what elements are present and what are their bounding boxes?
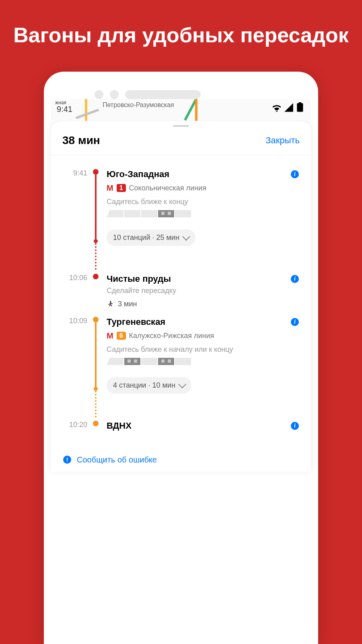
step-time: 10:20 [63,421,91,434]
walk-icon [107,300,114,309]
node-icon [93,421,99,426]
route-step: 10:06 Чистые пруды i Сделайте пересадку … [63,274,299,316]
train-cars [107,358,299,365]
step-time: 10:06 [63,274,91,316]
walk-time: 3 мин [118,300,137,308]
svg-rect-1 [299,102,302,103]
metro-line: М 6 Калужско-Рижская линия [107,331,299,341]
boarding-hint: Садитесь ближе к концу [107,198,299,206]
node-icon [93,317,99,322]
cell-icon [284,102,294,113]
route-sheet: 38 мин Закрыть 9:41 Юго-Западная i [51,121,311,472]
boarding-hint: Садитесь ближе к началу или к концу [107,345,299,354]
node-icon [93,274,99,279]
metro-line: М 1 Сокольническая линия [107,184,299,193]
info-icon[interactable]: i [291,275,299,283]
node-icon [93,169,99,175]
promo-headline: Вагоны для удобных пересадок [13,23,349,47]
step-time: 9:41 [63,169,91,270]
report-error-label: Сообщить об ошибке [77,455,157,464]
info-icon[interactable]: i [291,422,299,430]
line-name: Калужско-Рижская линия [129,332,214,340]
sheet-handle[interactable] [173,125,189,127]
stations-expander[interactable]: 4 станции · 10 мин [107,377,191,394]
line-number-badge: 1 [117,184,126,192]
sheet-header: 38 мин Закрыть [51,129,311,155]
svg-point-2 [110,301,111,302]
station-name: Тургеневская [107,317,165,327]
expander-label: 10 станций · 25 мин [113,233,179,242]
line-name: Сокольническая линия [129,184,206,192]
route-step: 9:41 Юго-Западная i М 1 Сокольническ [63,169,299,270]
metro-logo-icon: М [107,184,113,193]
phone-speaker [95,90,201,99]
route-steps: 9:41 Юго-Западная i М 1 Сокольническ [51,155,311,438]
battery-icon [296,102,306,113]
status-time: 9:41 [57,105,72,114]
chevron-down-icon [182,233,190,241]
transfer-hint: Сделайте пересадку [107,287,299,295]
info-icon[interactable]: i [291,170,299,178]
stations-expander[interactable]: 10 станций · 25 мин [107,229,195,246]
expander-label: 4 станции · 10 мин [113,381,175,390]
node-icon [94,387,98,391]
map-preview[interactable]: жная 9:41 Петровско-Разумовская [51,99,311,121]
total-duration: 38 мин [62,134,100,147]
phone-frame: жная 9:41 Петровско-Разумовская 38 мин З… [44,72,318,644]
metro-logo-icon: М [107,331,113,341]
status-icons [272,102,306,113]
node-icon [94,239,98,243]
info-icon[interactable]: i [291,318,299,326]
route-step: 10:20 ВДНХ i [63,421,299,434]
wifi-icon [272,102,282,113]
step-time: 10:09 [63,317,91,417]
station-name: Чистые пруды [107,274,171,284]
svg-rect-0 [297,103,303,112]
station-name: ВДНХ [107,421,132,431]
close-button[interactable]: Закрыть [265,135,300,146]
report-error-link[interactable]: ! Сообщить об ошибке [51,448,311,472]
line-number-badge: 6 [117,332,126,340]
route-step: 10:09 Тургеневская i М 6 Калужско-Ри [63,317,299,417]
train-cars [107,210,299,217]
station-name: Юго-Западная [107,169,169,180]
chevron-down-icon [178,380,186,388]
walk-segment: 3 мин [107,300,299,309]
map-station-label: Петровско-Разумовская [103,101,174,109]
alert-icon: ! [63,456,71,464]
